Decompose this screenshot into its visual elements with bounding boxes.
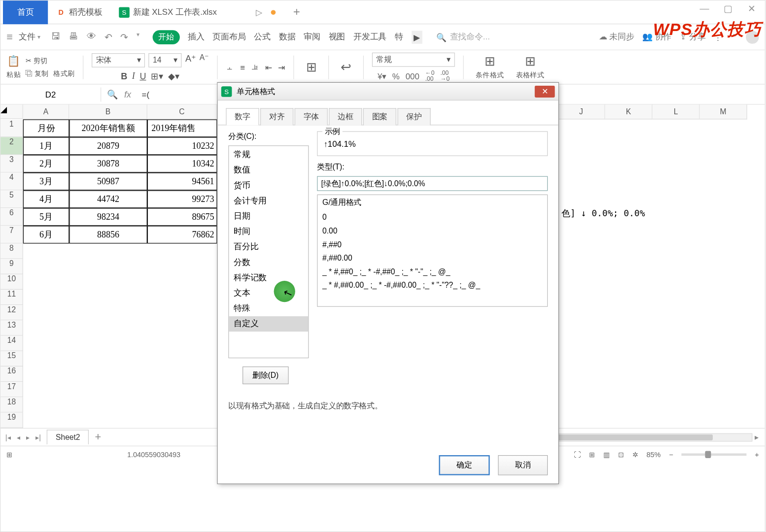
type-item[interactable]: 0.00 bbox=[317, 224, 547, 238]
view-page-icon[interactable]: ▥ bbox=[603, 450, 610, 459]
name-box[interactable]: D2 bbox=[0, 87, 101, 101]
col-header-j[interactable]: J bbox=[558, 104, 605, 119]
cell-c5[interactable]: 99273 bbox=[147, 190, 217, 208]
sheet-nav-first[interactable]: |◂ bbox=[5, 433, 11, 441]
increase-decimal-icon[interactable]: ←0.00 bbox=[425, 70, 435, 82]
bold-button[interactable]: B bbox=[121, 70, 127, 81]
undo-icon[interactable]: ↶ bbox=[104, 32, 112, 43]
cat-time[interactable]: 时间 bbox=[229, 224, 308, 239]
cat-general[interactable]: 常规 bbox=[229, 147, 308, 163]
type-item[interactable]: _ * #,##0_ ;_ * -#,##0_ ;_ * "-"_ ;_ @_ bbox=[317, 265, 547, 279]
cat-date[interactable]: 日期 bbox=[229, 209, 308, 224]
type-item[interactable]: 0 bbox=[317, 210, 547, 224]
save-icon[interactable]: 🖫 bbox=[51, 32, 61, 43]
col-header-k[interactable]: K bbox=[605, 104, 653, 119]
decrease-font-icon[interactable]: A⁻ bbox=[200, 53, 209, 67]
tab-docker-templates[interactable]: D 稻壳模板 bbox=[48, 0, 110, 24]
row-header-3[interactable]: 3 bbox=[0, 155, 23, 172]
indent-right-icon[interactable]: ⇥ bbox=[278, 63, 285, 72]
row-header-12[interactable]: 12 bbox=[0, 305, 23, 320]
align-top-icon[interactable]: ⫠ bbox=[226, 63, 234, 72]
app-menu-icon[interactable]: ≡ bbox=[6, 31, 13, 43]
fullscreen-icon[interactable]: ⛶ bbox=[574, 450, 581, 459]
percent-format-icon[interactable]: % bbox=[392, 71, 400, 81]
paste-button[interactable]: 📋 粘贴 bbox=[6, 54, 21, 80]
cell-b2[interactable]: 20879 bbox=[69, 137, 147, 155]
dialog-tab-number[interactable]: 数字 bbox=[226, 108, 259, 126]
row-header-8[interactable]: 8 bbox=[0, 243, 23, 259]
qa-dropdown-icon[interactable]: ▾ bbox=[137, 32, 139, 43]
zoom-slider[interactable] bbox=[681, 453, 746, 456]
sheet-nav-next[interactable]: ▸ bbox=[26, 433, 30, 441]
row-header-1[interactable]: 1 bbox=[0, 119, 23, 137]
cell-b4[interactable]: 50987 bbox=[69, 172, 147, 190]
dialog-tab-border[interactable]: 边框 bbox=[329, 108, 362, 126]
italic-button[interactable]: I bbox=[132, 70, 135, 81]
delete-format-button[interactable]: 删除(D) bbox=[243, 366, 289, 384]
cell-c1[interactable]: 2019年销售 bbox=[147, 119, 217, 137]
cell-b7[interactable]: 88856 bbox=[69, 226, 147, 243]
col-header-b[interactable]: B bbox=[69, 104, 147, 119]
currency-format-icon[interactable]: ¥▾ bbox=[378, 71, 386, 81]
ribbon-tab-dev[interactable]: 开发工具 bbox=[353, 32, 386, 42]
increase-font-icon[interactable]: A⁺ bbox=[185, 53, 196, 67]
cancel-button[interactable]: 取消 bbox=[498, 455, 548, 475]
row-header-4[interactable]: 4 bbox=[0, 172, 23, 190]
col-header-m[interactable]: M bbox=[700, 104, 747, 119]
row-header-5[interactable]: 5 bbox=[0, 190, 23, 208]
col-header-a[interactable]: A bbox=[23, 104, 70, 119]
font-family-select[interactable]: 宋体▾ bbox=[92, 53, 145, 67]
row-header-2[interactable]: 2 bbox=[0, 137, 23, 155]
type-item[interactable]: #,##0 bbox=[317, 237, 547, 251]
wrap-text-button[interactable]: ↩ bbox=[337, 60, 355, 75]
print-icon[interactable]: 🖶 bbox=[69, 32, 78, 43]
cat-currency[interactable]: 货币 bbox=[229, 178, 308, 193]
cell-b1[interactable]: 2020年销售额 bbox=[69, 119, 147, 137]
sheet-nav-prev[interactable]: ◂ bbox=[17, 433, 20, 441]
sheet-nav-last[interactable]: ▸| bbox=[35, 433, 41, 441]
fx-icon[interactable]: fx bbox=[124, 89, 131, 99]
view-break-icon[interactable]: ⊡ bbox=[618, 450, 624, 459]
row-header-15[interactable]: 15 bbox=[0, 351, 23, 366]
cell-c7[interactable]: 76862 bbox=[147, 226, 217, 243]
font-size-select[interactable]: 14▾ bbox=[149, 53, 182, 67]
ribbon-scroll-right[interactable]: ▶ bbox=[412, 31, 422, 43]
comma-format-icon[interactable]: 000 bbox=[406, 71, 419, 81]
ok-button[interactable]: 确定 bbox=[439, 455, 489, 475]
dialog-tab-font[interactable]: 字体 bbox=[295, 108, 328, 126]
sync-status[interactable]: ☁ 未同步 bbox=[599, 32, 634, 42]
redo-icon[interactable]: ↷ bbox=[120, 32, 128, 43]
row-header-9[interactable]: 9 bbox=[0, 259, 23, 274]
scroll-right-icon[interactable]: ▸ bbox=[755, 432, 759, 441]
type-item[interactable]: #,##0.00 bbox=[317, 251, 547, 265]
ribbon-tab-review[interactable]: 审阅 bbox=[304, 32, 320, 42]
view-normal-icon[interactable]: ⊞ bbox=[589, 450, 595, 459]
window-maximize[interactable]: ▢ bbox=[722, 3, 734, 14]
cat-scientific[interactable]: 科学记数 bbox=[229, 270, 308, 285]
cell-a1[interactable]: 月份 bbox=[23, 119, 70, 137]
format-type-input[interactable] bbox=[317, 176, 548, 191]
dialog-close-button[interactable]: ✕ bbox=[535, 85, 555, 97]
ribbon-tab-formula[interactable]: 公式 bbox=[254, 32, 271, 42]
ribbon-tab-start[interactable]: 开始 bbox=[152, 30, 179, 44]
cat-accounting[interactable]: 会计专用 bbox=[229, 193, 308, 208]
conditional-format-button[interactable]: ⊞条件格式 bbox=[472, 54, 508, 80]
cell-a3[interactable]: 2月 bbox=[23, 155, 70, 172]
cell-c3[interactable]: 10342 bbox=[147, 155, 217, 172]
merge-center-button[interactable]: ⊞ bbox=[302, 60, 320, 75]
col-header-l[interactable]: L bbox=[653, 104, 700, 119]
status-icon[interactable]: ⊞ bbox=[6, 450, 12, 459]
row-header-6[interactable]: 6 bbox=[0, 208, 23, 226]
file-menu[interactable]: 文件 ▾ bbox=[19, 32, 40, 42]
number-format-select[interactable]: 常规▾ bbox=[372, 52, 455, 66]
dialog-tab-pattern[interactable]: 图案 bbox=[363, 108, 396, 126]
align-middle-icon[interactable]: ≡ bbox=[240, 63, 245, 72]
copy-button[interactable]: ⿻ 复制 bbox=[26, 68, 49, 78]
window-minimize[interactable]: — bbox=[698, 3, 710, 14]
row-header-14[interactable]: 14 bbox=[0, 336, 23, 351]
cat-text[interactable]: 文本 bbox=[229, 286, 308, 301]
add-sheet-button[interactable]: + bbox=[95, 431, 102, 443]
row-header-19[interactable]: 19 bbox=[0, 413, 23, 428]
cell-c4[interactable]: 94561 bbox=[147, 172, 217, 190]
underline-button[interactable]: U bbox=[139, 70, 146, 81]
